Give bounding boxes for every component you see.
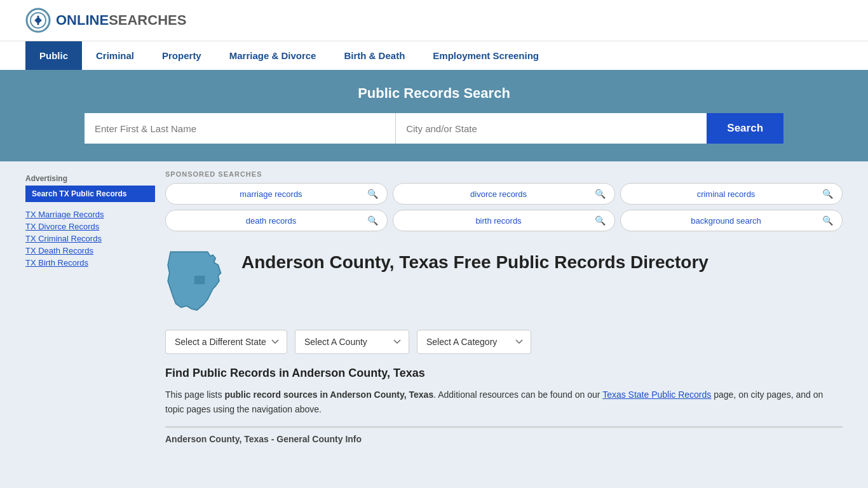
nav-item-property[interactable]: Property — [148, 41, 215, 70]
sidebar-link-death[interactable]: TX Death Records — [25, 245, 155, 257]
texas-map — [165, 247, 229, 317]
sponsored-grid: marriage records 🔍 divorce records 🔍 cri… — [165, 183, 843, 231]
svg-rect-2 — [194, 276, 205, 284]
nav-item-criminal[interactable]: Criminal — [82, 41, 148, 70]
sidebar-item-birth[interactable]: TX Birth Records — [25, 257, 155, 269]
search-button[interactable]: Search — [707, 113, 783, 144]
search-banner: Public Records Search Search — [0, 70, 868, 161]
sponsored-item-criminal[interactable]: criminal records 🔍 — [620, 183, 843, 205]
sponsored-label: SPONSORED SEARCHES — [165, 170, 843, 178]
nav-list: Public Criminal Property Marriage & Divo… — [0, 41, 868, 70]
sponsored-item-background[interactable]: background search 🔍 — [620, 210, 843, 231]
find-records-bold: public record sources in Anderson County… — [224, 390, 433, 400]
logo-icon — [25, 8, 51, 33]
find-records-description: This page lists public record sources in… — [165, 388, 843, 416]
nav-link-birth[interactable]: Birth & Death — [330, 41, 419, 70]
nav-link-criminal[interactable]: Criminal — [82, 41, 148, 70]
sidebar-item-criminal[interactable]: TX Criminal Records — [25, 233, 155, 245]
search-icon-marriage: 🔍 — [367, 189, 378, 199]
sidebar-item-divorce[interactable]: TX Divorce Records — [25, 220, 155, 233]
find-records-pre: This page lists — [165, 390, 224, 400]
advertising-label: Advertising — [25, 174, 155, 183]
svg-point-1 — [36, 18, 41, 23]
nav-item-birth[interactable]: Birth & Death — [330, 41, 419, 70]
sidebar: Advertising Search TX Public Records TX … — [25, 161, 165, 457]
search-icon-death: 🔍 — [367, 215, 378, 226]
state-select[interactable]: Select a Different State — [165, 330, 287, 354]
search-banner-title: Public Records Search — [25, 85, 843, 102]
find-records: Find Public Records in Anderson County, … — [165, 367, 843, 416]
category-select[interactable]: Select A Category — [417, 330, 531, 354]
sponsored-item-death[interactable]: death records 🔍 — [165, 210, 388, 231]
location-input[interactable] — [396, 113, 707, 144]
find-records-link[interactable]: Texas State Public Records — [602, 390, 711, 400]
sidebar-item-marriage[interactable]: TX Marriage Records — [25, 208, 155, 220]
ad-button[interactable]: Search TX Public Records — [25, 186, 155, 202]
logo-searches: SEARCHES — [109, 12, 186, 28]
dropdowns: Select a Different State Select A County… — [165, 330, 843, 354]
search-icon-criminal: 🔍 — [822, 189, 833, 199]
sponsored-item-marriage[interactable]: marriage records 🔍 — [165, 183, 388, 205]
search-form: Search — [85, 113, 783, 144]
texas-map-svg — [165, 247, 229, 315]
search-icon-background: 🔍 — [822, 215, 833, 226]
sponsored-label-birth: birth records — [402, 216, 595, 226]
logo-text: ONLINESEARCHES — [56, 12, 186, 29]
sidebar-link-criminal[interactable]: TX Criminal Records — [25, 233, 155, 245]
sponsored-searches: SPONSORED SEARCHES marriage records 🔍 di… — [165, 161, 843, 236]
sidebar-link-birth[interactable]: TX Birth Records — [25, 257, 155, 269]
page-header: Anderson County, Texas Free Public Recor… — [165, 247, 843, 317]
nav-item-employment[interactable]: Employment Screening — [419, 41, 553, 70]
sidebar-item-death[interactable]: TX Death Records — [25, 245, 155, 257]
logo-online: ONLINE — [56, 12, 109, 28]
sponsored-item-divorce[interactable]: divorce records 🔍 — [393, 183, 615, 205]
county-info: Anderson County, Texas - General County … — [165, 426, 843, 444]
header: ONLINESEARCHES — [0, 0, 868, 41]
nav-item-marriage[interactable]: Marriage & Divorce — [215, 41, 330, 70]
sponsored-label-background: background search — [630, 216, 822, 226]
find-records-heading: Find Public Records in Anderson County, … — [165, 367, 843, 380]
sponsored-label-criminal: criminal records — [630, 189, 822, 199]
search-icon-divorce: 🔍 — [595, 189, 606, 199]
logo: ONLINESEARCHES — [25, 8, 186, 33]
page-title: Anderson County, Texas Free Public Recor… — [241, 252, 709, 273]
sidebar-link-marriage[interactable]: TX Marriage Records — [25, 208, 155, 220]
sidebar-links: TX Marriage Records TX Divorce Records T… — [25, 208, 155, 269]
sponsored-label-marriage: marriage records — [175, 189, 367, 199]
nav-link-public[interactable]: Public — [25, 41, 82, 70]
sponsored-label-death: death records — [175, 216, 367, 226]
main-wrapper: Advertising Search TX Public Records TX … — [0, 161, 868, 457]
sponsored-label-divorce: divorce records — [402, 189, 595, 199]
nav-link-marriage[interactable]: Marriage & Divorce — [215, 41, 330, 70]
find-records-mid: . Additional resources can be found on o… — [433, 390, 602, 400]
nav-item-public[interactable]: Public — [25, 41, 82, 70]
sponsored-item-birth[interactable]: birth records 🔍 — [393, 210, 615, 231]
nav-link-property[interactable]: Property — [148, 41, 215, 70]
sidebar-link-divorce[interactable]: TX Divorce Records — [25, 220, 155, 233]
content: SPONSORED SEARCHES marriage records 🔍 di… — [165, 161, 843, 457]
search-icon-birth: 🔍 — [595, 215, 606, 226]
name-input[interactable] — [85, 113, 396, 144]
nav-link-employment[interactable]: Employment Screening — [419, 41, 553, 70]
main-nav: Public Criminal Property Marriage & Divo… — [0, 41, 868, 70]
county-select[interactable]: Select A County — [295, 330, 409, 354]
